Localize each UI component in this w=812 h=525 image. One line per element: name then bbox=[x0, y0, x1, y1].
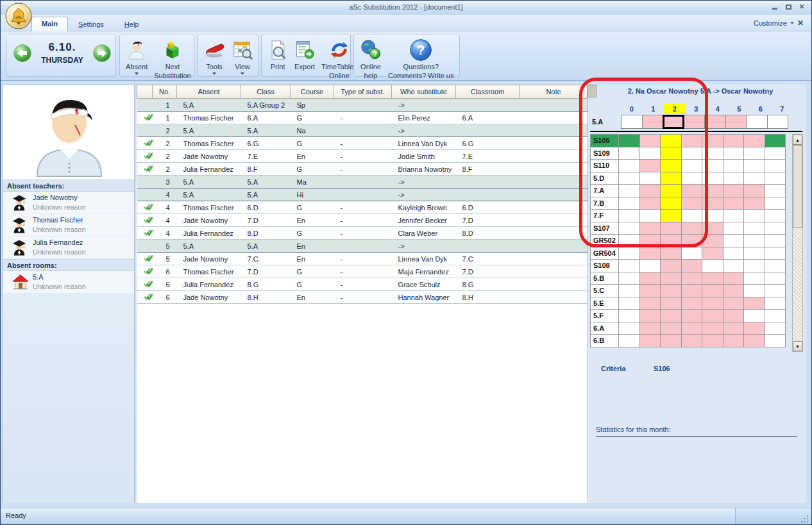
grid-cell-GR504-4[interactable] bbox=[702, 247, 723, 260]
period-header-6[interactable]: 6 bbox=[750, 104, 772, 114]
grid-row-6.A[interactable]: 6.A bbox=[590, 322, 791, 335]
grid-cell-7.B-6[interactable] bbox=[743, 197, 765, 210]
table-row[interactable]: 2Julia Fernandez8.FG-Brianna Nowotny8.F bbox=[137, 163, 588, 176]
grid-cell-7.A-2[interactable] bbox=[660, 184, 682, 197]
grid-cell-6.B-3[interactable] bbox=[681, 334, 703, 347]
scroll-down-icon[interactable]: ▼ bbox=[793, 341, 802, 351]
tab-main[interactable]: Main bbox=[31, 17, 68, 31]
grid-cell-7.F-7[interactable] bbox=[765, 209, 786, 222]
grid-cell-7.A-5[interactable] bbox=[723, 184, 745, 197]
grid-cell-7.F-5[interactable] bbox=[723, 209, 745, 222]
online-help-button[interactable]: ? Online help bbox=[357, 37, 385, 81]
grid-cell-5.B-3[interactable] bbox=[681, 272, 703, 285]
grid-cell-S110-6[interactable] bbox=[743, 159, 765, 172]
grid-cell-S109-1[interactable] bbox=[639, 147, 661, 160]
grid-cell-S107-2[interactable] bbox=[660, 222, 682, 235]
grid-cell-6.A-7[interactable] bbox=[765, 322, 786, 335]
grid-cell-5.D-5[interactable] bbox=[723, 172, 745, 185]
target-cell-1[interactable] bbox=[642, 115, 664, 129]
grid-cell-6.A-1[interactable] bbox=[639, 322, 661, 335]
grid-cell-5.B-7[interactable] bbox=[765, 272, 786, 285]
tab-settings[interactable]: Settings bbox=[68, 18, 114, 31]
grid-cell-5.E-3[interactable] bbox=[681, 297, 703, 310]
grid-cell-GR504-0[interactable] bbox=[618, 247, 640, 260]
grid-cell-5.B-6[interactable] bbox=[743, 272, 765, 285]
grid-row-S110[interactable]: S110 bbox=[590, 159, 791, 172]
table-row[interactable]: 1Thomas Fischer6.AG-Elin Perez6.A bbox=[137, 112, 588, 124]
grid-cell-5.F-7[interactable] bbox=[765, 309, 786, 322]
grid-cell-7.A-3[interactable] bbox=[681, 184, 703, 197]
grid-cell-S108-7[interactable] bbox=[765, 259, 786, 272]
scroll-up-icon[interactable]: ▲ bbox=[793, 135, 802, 145]
grid-cell-GR502-4[interactable] bbox=[702, 234, 723, 247]
period-header-0[interactable]: 0 bbox=[621, 104, 643, 114]
grid-cell-5.E-6[interactable] bbox=[743, 297, 765, 310]
grid-cell-5.C-4[interactable] bbox=[702, 284, 723, 297]
table-row[interactable]: 4Julia Fernandez8.DG-Clara Weber8.D bbox=[137, 227, 588, 240]
grid-cell-GR502-2[interactable] bbox=[660, 234, 682, 247]
absent-button[interactable]: Absent bbox=[123, 37, 151, 76]
grid-cell-GR504-5[interactable] bbox=[723, 247, 745, 260]
grid-cell-GR502-6[interactable] bbox=[743, 234, 765, 247]
grid-cell-5.E-2[interactable] bbox=[660, 297, 682, 310]
period-header-3[interactable]: 3 bbox=[686, 104, 707, 114]
column-header-check[interactable] bbox=[137, 85, 153, 99]
grid-cell-7.B-3[interactable] bbox=[681, 197, 703, 210]
grid-cell-5.C-5[interactable] bbox=[723, 284, 745, 297]
grid-cell-5.C-7[interactable] bbox=[765, 284, 786, 297]
grid-row-5.B[interactable]: 5.B bbox=[590, 272, 791, 285]
export-button[interactable]: Export bbox=[291, 37, 318, 72]
grid-cell-S106-5[interactable] bbox=[723, 134, 745, 147]
next-substitution-button[interactable]: Next Substitution bbox=[151, 37, 194, 81]
grid-cell-6.B-6[interactable] bbox=[743, 334, 765, 347]
close-button[interactable]: ✕ bbox=[797, 3, 806, 11]
grid-cell-S107-1[interactable] bbox=[639, 222, 661, 235]
period-header-4[interactable]: 4 bbox=[707, 104, 729, 114]
column-header-class[interactable]: Class bbox=[241, 85, 291, 99]
grid-cell-GR504-1[interactable] bbox=[639, 247, 661, 260]
table-row[interactable]: 6Jade Nowotny8.HEn-Hannah Wagner8.H bbox=[137, 291, 588, 304]
grid-cell-S110-4[interactable] bbox=[702, 159, 723, 172]
grid-cell-6.B-4[interactable] bbox=[702, 334, 723, 347]
grid-cell-5.D-7[interactable] bbox=[765, 172, 786, 185]
grid-cell-7.F-0[interactable] bbox=[618, 209, 640, 222]
absent-room-item[interactable]: 5.AUnknown reason bbox=[3, 271, 134, 294]
table-row[interactable]: 35.A5.AMa-> bbox=[137, 176, 588, 188]
tab-help[interactable]: Help bbox=[114, 18, 149, 31]
grid-cell-S107-4[interactable] bbox=[702, 222, 723, 235]
grid-cell-S106-2[interactable] bbox=[660, 134, 682, 147]
table-row[interactable]: 25.A5.ANa-> bbox=[137, 124, 588, 137]
table-row[interactable]: 15.A5.A Group 2Sp-> bbox=[137, 99, 588, 112]
grid-cell-5.E-7[interactable] bbox=[765, 297, 786, 310]
grid-cell-5.B-4[interactable] bbox=[702, 272, 723, 285]
absent-teacher-item[interactable]: Julia FernandezUnknown reason bbox=[3, 237, 134, 259]
grid-cell-7.A-6[interactable] bbox=[743, 184, 765, 197]
grid-cell-5.D-3[interactable] bbox=[681, 172, 703, 185]
grid-cell-7.A-0[interactable] bbox=[618, 184, 640, 197]
grid-cell-6.A-4[interactable] bbox=[702, 322, 723, 335]
column-header-classroom[interactable]: Classroom bbox=[456, 85, 520, 99]
grid-row-S106[interactable]: S106 bbox=[590, 134, 791, 147]
target-cell-3[interactable] bbox=[684, 115, 706, 129]
grid-cell-5.C-1[interactable] bbox=[639, 284, 661, 297]
view-button[interactable]: View bbox=[228, 37, 257, 76]
grid-cell-GR502-1[interactable] bbox=[639, 234, 661, 247]
column-header-no-[interactable]: No. bbox=[153, 85, 177, 99]
grid-cell-S108-5[interactable] bbox=[723, 259, 745, 272]
grid-cell-5.B-1[interactable] bbox=[639, 272, 661, 285]
grid-cell-GR502-5[interactable] bbox=[723, 234, 745, 247]
grid-cell-S109-0[interactable] bbox=[618, 147, 640, 160]
grid-cell-7.F-6[interactable] bbox=[743, 209, 765, 222]
grid-cell-5.F-2[interactable] bbox=[660, 309, 682, 322]
grid-cell-5.F-6[interactable] bbox=[743, 309, 765, 322]
grid-cell-S108-3[interactable] bbox=[681, 259, 703, 272]
grid-cell-6.B-5[interactable] bbox=[723, 334, 745, 347]
grid-cell-5.D-2[interactable] bbox=[660, 172, 682, 185]
grid-cell-S107-6[interactable] bbox=[743, 222, 765, 235]
grid-cell-5.F-3[interactable] bbox=[681, 309, 703, 322]
grid-row-5.C[interactable]: 5.C bbox=[590, 284, 791, 297]
grid-row-GR504[interactable]: GR504 bbox=[590, 247, 791, 260]
questions-button[interactable]: ? Questions? Comments? Write us bbox=[385, 37, 457, 81]
grid-cell-5.C-6[interactable] bbox=[743, 284, 765, 297]
grid-cell-S108-6[interactable] bbox=[743, 259, 765, 272]
